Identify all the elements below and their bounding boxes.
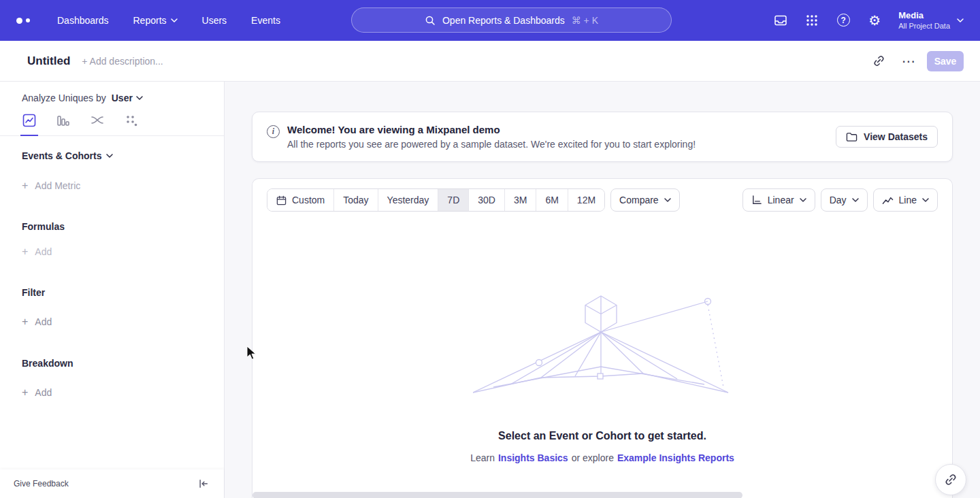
interval-label: Day: [830, 195, 847, 205]
nav-label: Dashboards: [57, 15, 109, 26]
retention-icon: [125, 114, 138, 127]
empty-state-subtitle: Learn Insights Basics or explore Example…: [470, 452, 734, 463]
chart-toolbar: Custom Today Yesterday 7D 30D 3M 6M 12M …: [252, 179, 952, 220]
chart-type-label: Line: [899, 195, 917, 205]
demo-banner: i Welcome! You are viewing a Mixpanel de…: [252, 112, 953, 162]
global-search[interactable]: Open Reports & Dashboards ⌘ + K: [351, 7, 672, 33]
report-type-tabs: [0, 114, 224, 136]
line-chart-icon: [882, 195, 894, 205]
nav-item-users[interactable]: Users: [202, 15, 227, 26]
tab-insights[interactable]: [20, 114, 38, 136]
add-metric-button[interactable]: + Add Metric: [22, 180, 224, 192]
save-button[interactable]: Save: [927, 51, 964, 71]
calendar-icon: [276, 195, 287, 205]
range-label: 12M: [577, 195, 595, 205]
gear-glyph: ⚙: [868, 14, 881, 27]
give-feedback-link[interactable]: Give Feedback: [14, 479, 69, 488]
sidebar-footer: Give Feedback: [0, 469, 224, 498]
collapse-sidebar-icon[interactable]: [198, 478, 209, 489]
nav-item-events[interactable]: Events: [251, 15, 280, 26]
interval-selector-button[interactable]: Day: [821, 188, 868, 212]
date-range-yesterday[interactable]: Yesterday: [378, 189, 438, 211]
add-filter-button[interactable]: + Add: [22, 316, 224, 328]
date-range-custom[interactable]: Custom: [267, 189, 333, 211]
settings-gear-icon[interactable]: ⚙: [867, 13, 882, 28]
formulas-header: Formulas: [22, 221, 224, 232]
plus-icon: +: [22, 180, 28, 192]
axis-icon: [751, 195, 762, 205]
logo-dot: [26, 18, 30, 22]
scale-selector-button[interactable]: Linear: [742, 188, 815, 212]
search-placeholder: Open Reports & Dashboards: [442, 15, 565, 26]
view-datasets-button[interactable]: View Datasets: [836, 126, 938, 148]
section-label-text: Filter: [22, 287, 45, 298]
tab-flows[interactable]: [88, 114, 106, 135]
subtitle-text: Learn: [470, 452, 495, 463]
report-header-bar: Untitled + Add description... ⋯ Save: [0, 41, 980, 82]
section-label-text: Events & Cohorts: [22, 150, 101, 161]
chevron-down-icon: [106, 154, 113, 158]
top-navigation: Dashboards Reports Users Events Open Rep…: [0, 0, 980, 41]
chevron-down-icon: [171, 18, 178, 22]
flows-icon: [91, 114, 104, 127]
insights-chart-card: Custom Today Yesterday 7D 30D 3M 6M 12M …: [252, 178, 953, 498]
nav-label: Events: [251, 15, 280, 26]
compare-button[interactable]: Compare: [610, 188, 680, 212]
plus-icon: +: [22, 386, 28, 399]
empty-state-title: Select an Event or Cohort to get started…: [498, 430, 706, 442]
more-options-icon[interactable]: ⋯: [897, 50, 920, 73]
funnels-icon: [56, 114, 70, 127]
add-breakdown-label: Add: [35, 387, 52, 398]
folder-icon: [846, 132, 858, 142]
ellipsis-glyph: ⋯: [902, 53, 915, 69]
link-icon: [944, 473, 958, 486]
date-range-30d[interactable]: 30D: [468, 189, 504, 211]
range-label: 6M: [545, 195, 558, 205]
analyze-uniques-row: Analyze Uniques by User: [0, 82, 224, 114]
chevron-down-icon: [800, 198, 806, 202]
inbox-icon[interactable]: [773, 13, 788, 28]
project-switcher[interactable]: Media All Project Data: [898, 10, 964, 31]
example-insights-reports-link[interactable]: Example Insights Reports: [617, 452, 734, 463]
main-content: i Welcome! You are viewing a Mixpanel de…: [225, 82, 980, 498]
add-filter-label: Add: [35, 316, 52, 327]
horizontal-scrollbar[interactable]: [252, 492, 742, 498]
analyze-value: User: [112, 93, 133, 103]
chevron-down-icon: [957, 18, 964, 22]
share-link-button[interactable]: [935, 464, 966, 495]
view-datasets-label: View Datasets: [864, 131, 928, 142]
help-glyph: ?: [837, 14, 850, 27]
add-breakdown-button[interactable]: + Add: [22, 386, 224, 399]
date-range-12m[interactable]: 12M: [568, 189, 604, 211]
nav-item-reports[interactable]: Reports: [133, 15, 178, 26]
insights-icon: [22, 114, 36, 127]
chevron-down-icon: [852, 198, 859, 202]
help-icon[interactable]: ?: [836, 13, 851, 28]
range-label: Today: [343, 195, 368, 205]
insights-basics-link[interactable]: Insights Basics: [498, 452, 568, 463]
date-range-3m[interactable]: 3M: [504, 189, 536, 211]
chart-type-selector-button[interactable]: Line: [873, 188, 938, 212]
nav-item-dashboards[interactable]: Dashboards: [57, 15, 109, 26]
date-range-6m[interactable]: 6M: [536, 189, 567, 211]
date-range-7d[interactable]: 7D: [438, 189, 468, 211]
report-title[interactable]: Untitled: [27, 54, 70, 68]
add-description-field[interactable]: + Add description...: [82, 56, 163, 67]
add-formula-button[interactable]: + Add: [22, 246, 224, 258]
date-range-today[interactable]: Today: [333, 189, 377, 211]
tab-retention[interactable]: [122, 114, 140, 135]
analyze-by-dropdown[interactable]: User: [112, 93, 143, 103]
filter-header: Filter: [22, 287, 224, 298]
apps-grid-icon[interactable]: [804, 13, 819, 28]
range-label: 7D: [447, 195, 459, 205]
project-subtitle: All Project Data: [898, 21, 950, 31]
tab-funnels[interactable]: [54, 114, 72, 135]
search-icon: [425, 15, 436, 26]
mixpanel-logo[interactable]: [16, 18, 30, 24]
empty-state-illustration: [473, 292, 732, 397]
query-builder-sidebar: Analyze Uniques by User Events & Cohorts…: [0, 82, 225, 498]
copy-link-icon[interactable]: [867, 50, 890, 73]
events-cohorts-header[interactable]: Events & Cohorts: [22, 150, 224, 161]
search-shortcut: ⌘ + K: [572, 15, 598, 26]
range-label: 30D: [478, 195, 495, 205]
